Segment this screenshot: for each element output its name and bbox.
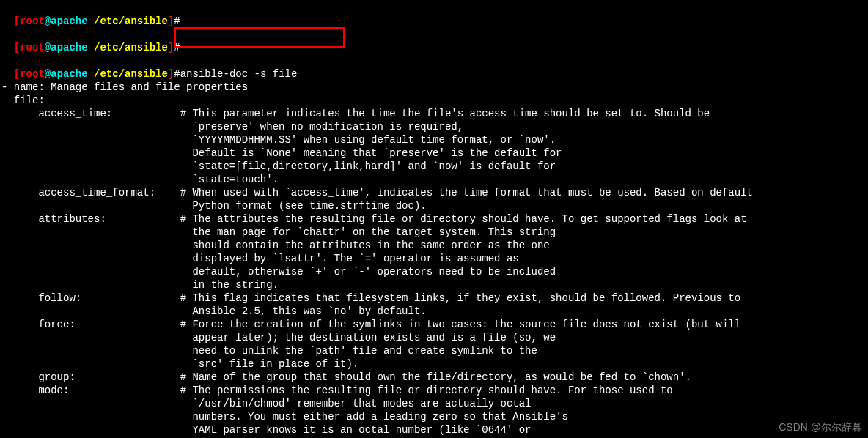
prompt-user: root [20,15,45,27]
doc-line: `src' file in place of it). [1,357,867,371]
ansible-doc-output: - name: Manage files and file properties… [1,81,867,438]
doc-line: displayed by `lsattr'. The `=' operator … [1,252,867,265]
doc-line: group: # Name of the group that should o… [1,371,867,384]
prompt-host: apache [51,15,87,27]
prompt-command: ansible-doc -s file [180,68,298,80]
doc-line: follow: # This flag indicates that files… [1,292,867,305]
doc-line: file: [1,94,867,107]
prompt-host: apache [51,68,87,80]
doc-line: access_time_format: # When used with `ac… [1,186,867,199]
doc-line: should contain the attributes in the sam… [1,239,867,252]
doc-line: default, otherwise `+' or `-' operators … [1,265,867,278]
shell-prompt-line[interactable]: [root@apache /etc/ansible]# [1,28,867,54]
doc-line: `state=touch'. [1,173,867,186]
prompt-hash: # [174,42,180,53]
prompt-user: root [20,68,45,80]
prompt-bracket-open: [ [14,68,20,80]
doc-line: attributes: # The attributes the resulti… [1,212,867,226]
doc-line: `/usr/bin/chmod' remember that modes are… [1,397,867,410]
doc-line: - name: Manage files and file properties [1,81,867,94]
doc-line: force: # Force the creation of the symli… [1,318,867,331]
prompt-user: root [20,42,45,53]
prompt-hash: # [174,68,180,80]
doc-line: `YYYYMMDDHHMM.SS' when using default tim… [1,133,867,146]
prompt-at: @ [45,42,51,53]
shell-prompt-line[interactable]: [root@apache /etc/ansible]#ansible-doc -… [1,54,867,81]
prompt-bracket-open: [ [14,15,20,27]
prompt-sp [88,68,94,80]
prompt-path: /etc/ansible [94,68,168,80]
doc-line: `preserve' when no modification is requi… [1,120,867,133]
doc-line: in the string. [1,278,867,292]
doc-line: Ansible 2.5, this was `no' by default. [1,305,867,318]
doc-line: Python format (see time.strftime doc). [1,199,867,212]
doc-line: mode: # The permissions the resulting fi… [1,384,867,397]
prompt-host: apache [51,42,87,53]
watermark-text: CSDN @尔尔辞暮 [779,420,862,434]
prompt-bracket-open: [ [14,42,20,53]
doc-line: need to unlink the `path' file and creat… [1,344,867,357]
doc-line: appear later); the destination exists an… [1,331,867,344]
prompt-path: /etc/ansible [94,42,168,53]
prompt-path: /etc/ansible [94,15,168,27]
doc-line: access_time: # This parameter indicates … [1,107,867,120]
doc-line: numbers. You must either add a leading z… [1,410,867,423]
shell-prompt-line[interactable]: [root@apache /etc/ansible]# [1,1,867,28]
prompt-hash: # [174,15,180,27]
doc-line: YAML parser knows it is an octal number … [1,423,867,437]
prompt-at: @ [45,15,51,27]
doc-line: `state=[file,directory,link,hard]' and `… [1,160,867,173]
doc-line: the man page for `chattr' on the target … [1,226,867,239]
prompt-sp [88,15,94,27]
prompt-at: @ [45,68,51,80]
prompt-sp [88,42,94,53]
doc-line: Default is `None' meaning that `preserve… [1,146,867,160]
